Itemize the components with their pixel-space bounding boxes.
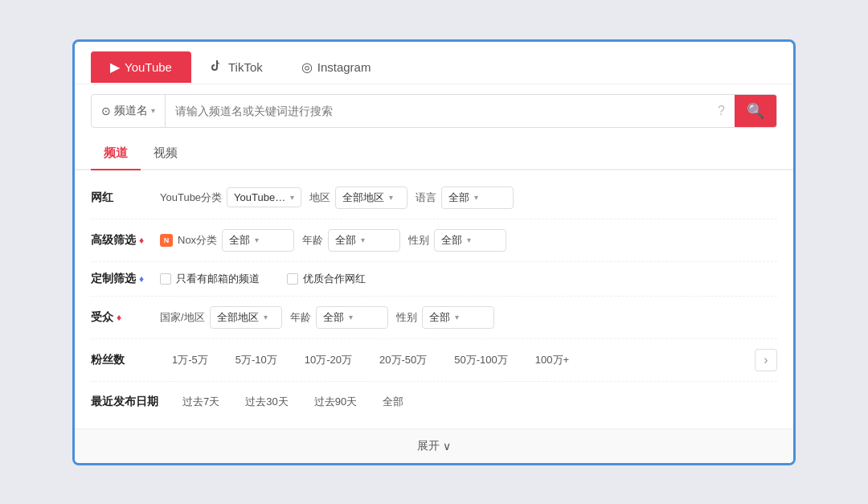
filter-row-advanced: 高级筛选 ♦ N Nox分类 全部 ▾ 年龄 全部 ▾ — [91, 219, 777, 262]
platform-tabs: ▶ YouTube TikTok ◎ Instagram — [75, 42, 793, 84]
nox-icon: N — [160, 234, 173, 247]
checkbox-quality[interactable]: 优质合作网红 — [287, 272, 366, 286]
country-label: 国家/地区 — [160, 310, 205, 325]
expand-label: 展开 — [417, 439, 440, 453]
filter-label-custom: 定制筛选 ♦ — [91, 272, 147, 286]
checkbox-email-box — [160, 273, 171, 285]
youtube-category-value: YouTube… — [234, 191, 285, 203]
checkbox-email[interactable]: 只看有邮箱的频道 — [160, 272, 260, 286]
tab-tiktok-label: TikTok — [228, 60, 263, 74]
audience-gender-select[interactable]: 全部 ▾ — [422, 306, 494, 329]
search-input[interactable] — [166, 95, 708, 127]
filter-row-fans: 粉丝数 1万-5万 5万-10万 10万-20万 20万-50万 50万-100… — [91, 339, 777, 382]
nox-caret: ▾ — [255, 236, 259, 244]
audience-gender-value: 全部 — [429, 310, 450, 325]
age-label: 年龄 — [302, 233, 323, 248]
region-caret: ▾ — [389, 193, 393, 202]
country-select[interactable]: 全部地区 ▾ — [210, 306, 282, 329]
fans-option-1[interactable]: 5万-10万 — [223, 349, 289, 371]
content-tabs: 频道 视频 — [75, 137, 793, 170]
audience-diamond-icon: ♦ — [117, 312, 121, 323]
fans-option-2[interactable]: 10万-20万 — [293, 349, 364, 371]
filter-item-language: 语言 全部 ▾ — [416, 186, 514, 209]
date-options: 过去7天 过去30天 过去90天 全部 — [171, 391, 415, 412]
age-value: 全部 — [335, 233, 356, 248]
gender-select[interactable]: 全部 ▾ — [434, 229, 506, 252]
checkbox-quality-label: 优质合作网红 — [303, 272, 366, 286]
date-option-2[interactable]: 过去90天 — [303, 391, 368, 412]
checkbox-quality-box — [287, 273, 298, 285]
gender-value: 全部 — [441, 233, 462, 248]
filter-group-audience: 国家/地区 全部地区 ▾ 年龄 全部 ▾ 性别 全部 — [160, 306, 494, 329]
main-container: ▶ YouTube TikTok ◎ Instagram ⊙ 频道名 ▾ ? 🔍 — [72, 39, 796, 465]
filter-item-nox: N Nox分类 全部 ▾ — [160, 229, 294, 252]
date-option-3[interactable]: 全部 — [371, 391, 415, 412]
expand-bar[interactable]: 展开 ∨ — [75, 428, 793, 463]
tab-tiktok[interactable]: TikTok — [191, 51, 282, 84]
language-value: 全部 — [448, 191, 469, 205]
tab-video-label: 视频 — [154, 145, 178, 159]
filter-row-influencer: 网红 YouTube分类 YouTube… ▾ 地区 全部地区 ▾ — [91, 177, 777, 219]
region-select[interactable]: 全部地区 ▾ — [335, 186, 407, 209]
filter-item-audience-gender: 性别 全部 ▾ — [396, 306, 494, 329]
audience-age-select[interactable]: 全部 ▾ — [316, 306, 388, 329]
custom-diamond-icon: ♦ — [139, 273, 144, 285]
audience-age-caret: ▾ — [349, 313, 353, 322]
expand-icon: ∨ — [443, 440, 451, 453]
language-select[interactable]: 全部 ▾ — [441, 186, 514, 209]
date-option-1[interactable]: 过去30天 — [234, 391, 299, 412]
tab-instagram-label: Instagram — [317, 60, 371, 74]
age-caret: ▾ — [361, 236, 365, 244]
region-label: 地区 — [309, 191, 330, 205]
filter-label-fans: 粉丝数 — [91, 353, 147, 367]
youtube-category-label: YouTube分类 — [160, 191, 222, 205]
language-caret: ▾ — [474, 193, 478, 202]
age-select[interactable]: 全部 ▾ — [328, 229, 400, 252]
youtube-category-select[interactable]: YouTube… ▾ — [227, 187, 301, 207]
checkbox-email-label: 只看有邮箱的频道 — [176, 272, 260, 286]
region-value: 全部地区 — [342, 191, 384, 205]
tiktok-icon — [211, 59, 223, 76]
tab-video[interactable]: 视频 — [141, 137, 190, 169]
date-option-0[interactable]: 过去7天 — [171, 391, 231, 412]
instagram-icon: ◎ — [301, 59, 313, 75]
filter-group-custom: 只看有邮箱的频道 优质合作网红 — [160, 272, 366, 286]
fans-options: 1万-5万 5万-10万 10万-20万 20万-50万 50万-100万 10… — [160, 349, 581, 371]
filter-group-advanced: N Nox分类 全部 ▾ 年龄 全部 ▾ 性别 — [160, 229, 506, 252]
youtube-category-caret: ▾ — [290, 193, 294, 202]
advanced-diamond-icon: ♦ — [139, 235, 144, 246]
fans-more-button[interactable]: › — [755, 349, 777, 371]
search-type-selector[interactable]: ⊙ 频道名 ▾ — [92, 95, 166, 127]
nox-select[interactable]: 全部 ▾ — [222, 229, 294, 252]
tab-channel-label: 频道 — [104, 145, 128, 159]
fans-option-3[interactable]: 20万-50万 — [367, 349, 439, 371]
search-type-icon: ⊙ — [101, 104, 111, 117]
filter-row-custom: 定制筛选 ♦ 只看有邮箱的频道 优质合作网红 — [91, 262, 777, 297]
fans-option-0[interactable]: 1万-5万 — [160, 349, 220, 371]
fans-option-5[interactable]: 100万+ — [523, 349, 581, 371]
filter-row-audience: 受众 ♦ 国家/地区 全部地区 ▾ 年龄 全部 ▾ — [91, 297, 777, 339]
filter-item-gender: 性别 全部 ▾ — [408, 229, 506, 252]
gender-label: 性别 — [408, 233, 429, 248]
filter-row-date: 最近发布日期 过去7天 过去30天 过去90天 全部 — [91, 382, 777, 422]
audience-age-value: 全部 — [323, 310, 344, 325]
filter-group-influencer: YouTube分类 YouTube… ▾ 地区 全部地区 ▾ 语言 — [160, 186, 514, 209]
tab-instagram[interactable]: ◎ Instagram — [282, 51, 391, 83]
language-label: 语言 — [416, 191, 436, 205]
gender-caret: ▾ — [467, 236, 471, 244]
search-type-label: 频道名 — [114, 104, 148, 118]
audience-gender-caret: ▾ — [455, 313, 459, 322]
tab-youtube-label: YouTube — [125, 60, 172, 74]
search-help-icon[interactable]: ? — [708, 104, 735, 118]
filter-label-advanced: 高级筛选 ♦ — [91, 233, 147, 248]
search-button[interactable]: 🔍 — [735, 95, 776, 127]
filter-label-date: 最近发布日期 — [91, 395, 158, 409]
filter-item-youtube-category: YouTube分类 YouTube… ▾ — [160, 187, 301, 207]
country-value: 全部地区 — [217, 310, 259, 325]
filter-item-age: 年龄 全部 ▾ — [302, 229, 400, 252]
tab-youtube[interactable]: ▶ YouTube — [91, 51, 191, 83]
tab-channel[interactable]: 频道 — [91, 137, 141, 169]
filter-label-audience: 受众 ♦ — [91, 310, 147, 325]
filter-item-region: 地区 全部地区 ▾ — [309, 186, 407, 209]
fans-option-4[interactable]: 50万-100万 — [442, 349, 519, 371]
